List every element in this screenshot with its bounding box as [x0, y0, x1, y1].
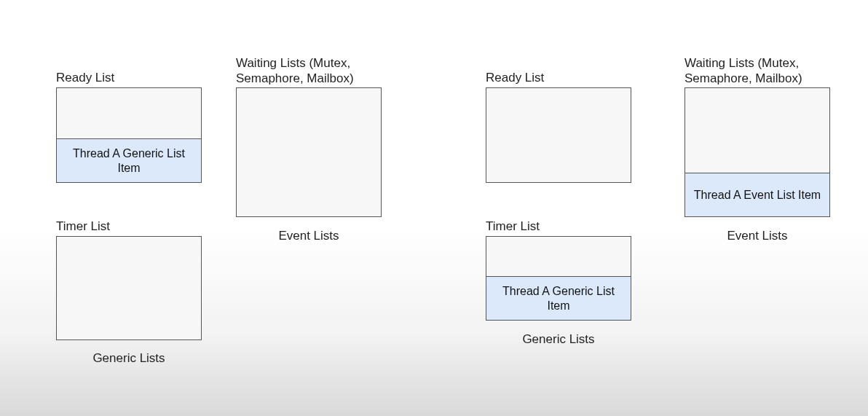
left-waiting-lists-box [236, 87, 382, 217]
right-waiting-lists-label: Waiting Lists (Mutex, Semaphore, Mailbox… [684, 55, 802, 87]
right-timer-list-box: Thread A Generic List Item [486, 236, 631, 321]
right-ready-list-box [486, 87, 631, 183]
right-waiting-lists-item: Thread A Event List Item [685, 173, 829, 216]
left-ready-list-label: Ready List [56, 70, 114, 85]
right-event-lists-caption: Event Lists [684, 229, 830, 243]
right-timer-list-label: Timer List [486, 219, 540, 234]
left-timer-list-label: Timer List [56, 219, 110, 234]
diagram-canvas: Ready List Thread A Generic List Item Ti… [0, 0, 868, 416]
right-generic-lists-caption: Generic Lists [486, 332, 631, 347]
right-waiting-lists-box: Thread A Event List Item [684, 87, 830, 217]
left-waiting-lists-label: Waiting Lists (Mutex, Semaphore, Mailbox… [236, 55, 354, 87]
left-event-lists-caption: Event Lists [236, 229, 382, 243]
left-ready-list-box: Thread A Generic List Item [56, 87, 202, 183]
right-ready-list-label: Ready List [486, 70, 544, 85]
left-ready-list-item: Thread A Generic List Item [57, 138, 201, 182]
right-timer-list-item: Thread A Generic List Item [486, 276, 631, 320]
left-timer-list-box [56, 236, 202, 340]
left-generic-lists-caption: Generic Lists [56, 351, 202, 366]
